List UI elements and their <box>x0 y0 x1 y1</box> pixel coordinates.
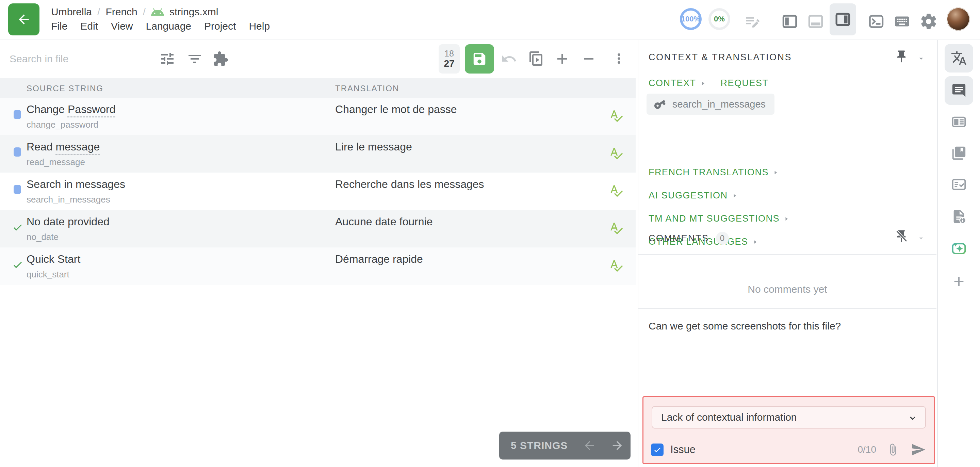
user-avatar[interactable] <box>947 8 970 30</box>
glossary-tool-button[interactable] <box>945 139 973 167</box>
string-key-value: search_in_messages <box>672 99 765 110</box>
comments-title: COMMENTS <box>649 233 709 244</box>
playlist-edit-icon[interactable] <box>744 13 761 30</box>
source-string: Quick Start <box>27 253 80 266</box>
translation-text: Démarrage rapide <box>335 253 423 266</box>
add-panel-tool-button[interactable] <box>945 267 973 296</box>
zoom-out-icon[interactable] <box>581 51 597 67</box>
translations-tool-button[interactable] <box>945 44 973 72</box>
context-panel-title: CONTEXT & TRANSLATIONS <box>649 52 792 63</box>
save-floppy-icon <box>472 51 487 67</box>
section-tm-mt-suggestions[interactable]: TM AND MT SUGGESTIONS <box>649 214 790 224</box>
menu-language[interactable]: Language <box>146 21 191 32</box>
copy-source-icon[interactable] <box>528 51 544 67</box>
settings-gear-icon[interactable] <box>920 12 938 30</box>
issue-controls-row: Issue 0/10 <box>651 440 926 459</box>
context-card-icon <box>951 114 967 130</box>
string-key: read_message <box>27 157 85 167</box>
source-column-header: SOURCE STRING <box>27 84 103 93</box>
translation-text: Aucune date fournie <box>335 215 433 228</box>
expand-arrow-icon <box>731 192 738 199</box>
plugins-puzzle-icon[interactable] <box>212 51 229 67</box>
top-bar: Umbrella / French / strings.xml File Edi… <box>0 0 980 40</box>
table-header: SOURCE STRING TRANSLATION <box>0 78 636 98</box>
glossary-term: message <box>56 140 100 153</box>
strings-pager: 5 STRINGS <box>499 432 630 459</box>
menu-edit[interactable]: Edit <box>80 21 98 32</box>
table-row[interactable]: Quick Start quick_start Démarrage rapide <box>0 247 636 285</box>
select-chevron-icon <box>907 413 918 423</box>
source-string: Read message <box>27 140 100 153</box>
context-card-tool-button[interactable] <box>945 108 973 136</box>
string-key-chip[interactable]: search_in_messages <box>646 94 775 115</box>
approved-progress-ring[interactable]: 0% <box>708 8 730 30</box>
translated-status-bullet <box>14 110 21 119</box>
left-panel-layout-icon[interactable] <box>781 13 798 30</box>
ai-assistant-tool-button[interactable] <box>945 234 973 263</box>
breadcrumb-separator: / <box>143 6 146 18</box>
menu-view[interactable]: View <box>111 21 133 32</box>
issue-type-select[interactable]: Lack of contextual information <box>652 406 926 429</box>
breadcrumb-language[interactable]: French <box>105 6 137 18</box>
issue-checkbox[interactable] <box>651 443 663 456</box>
expand-arrow-icon <box>783 215 790 222</box>
translated-progress-ring[interactable]: 100% <box>680 8 702 30</box>
save-button[interactable] <box>465 44 494 73</box>
comment-input[interactable]: Can we get some screenshots for this fil… <box>649 320 921 332</box>
panel-divider <box>638 308 937 309</box>
comments-tool-button[interactable] <box>945 76 973 105</box>
menu-file[interactable]: File <box>51 21 67 32</box>
comments-count-badge: 0 <box>716 232 729 245</box>
no-comments-message: No comments yet <box>638 284 937 295</box>
string-key: search_in_messages <box>27 194 110 205</box>
editor-toolbar: 18 27 <box>0 40 637 78</box>
attach-file-icon[interactable] <box>886 443 899 456</box>
table-row-selected[interactable]: Search in messages search_in_messages Re… <box>0 172 636 210</box>
back-button[interactable] <box>8 3 40 35</box>
previous-page-arrow-icon[interactable] <box>582 439 596 453</box>
context-side-panel: CONTEXT & TRANSLATIONS CONTEXT REQUEST s… <box>638 40 937 467</box>
file-info-tool-button[interactable] <box>945 202 973 231</box>
send-comment-icon[interactable] <box>911 442 926 457</box>
translation-text: Recherche dans les messages <box>335 178 484 191</box>
undo-icon[interactable] <box>501 51 517 67</box>
string-key: no_date <box>27 232 59 242</box>
table-row[interactable]: Change Password change_password Changer … <box>0 98 636 135</box>
advanced-filter-icon[interactable] <box>159 51 176 67</box>
breadcrumb-separator: / <box>97 6 100 18</box>
collapse-chevron-icon[interactable] <box>917 54 926 63</box>
keyboard-icon[interactable] <box>894 13 911 30</box>
zoom-in-icon[interactable] <box>554 51 570 67</box>
translated-status-bullet <box>14 147 21 156</box>
tab-request[interactable]: REQUEST <box>721 78 769 89</box>
right-panel-layout-icon <box>834 11 851 28</box>
issue-type-selected-value: Lack of contextual information <box>661 411 797 423</box>
more-options-kebab-icon[interactable] <box>611 51 627 66</box>
table-row[interactable]: No date provided no_date Aucune date fou… <box>0 210 636 247</box>
unpin-icon[interactable] <box>894 229 908 243</box>
section-french-translations[interactable]: FRENCH TRANSLATIONS <box>649 167 779 178</box>
breadcrumb-project[interactable]: Umbrella <box>51 6 92 18</box>
tab-context[interactable]: CONTEXT <box>649 78 706 89</box>
approved-progress-value: 0% <box>714 14 725 24</box>
collapse-chevron-icon[interactable] <box>917 234 926 243</box>
terminal-icon[interactable] <box>868 13 885 30</box>
panel-divider <box>638 254 937 255</box>
tasks-checklist-tool-button[interactable] <box>945 170 973 199</box>
right-panel-layout-button[interactable] <box>830 3 856 35</box>
section-ai-suggestion[interactable]: AI SUGGESTION <box>649 190 738 201</box>
back-arrow-icon <box>16 12 31 27</box>
issue-alert-box: Lack of contextual information Issue 0/1… <box>643 396 935 464</box>
menu-project[interactable]: Project <box>204 21 236 32</box>
table-row[interactable]: Read message read_message Lire le messag… <box>0 135 636 172</box>
pages-bookmark-icon <box>951 145 967 161</box>
right-icon-strip <box>937 40 980 467</box>
approved-check-icon <box>11 258 24 271</box>
pin-icon[interactable] <box>894 49 908 64</box>
context-tabs: CONTEXT REQUEST <box>649 78 769 89</box>
filter-icon[interactable] <box>186 51 203 67</box>
next-page-arrow-icon[interactable] <box>611 439 624 453</box>
menu-help[interactable]: Help <box>249 21 270 32</box>
breadcrumb-file[interactable]: strings.xml <box>169 6 218 18</box>
bottom-panel-layout-icon[interactable] <box>807 13 824 30</box>
